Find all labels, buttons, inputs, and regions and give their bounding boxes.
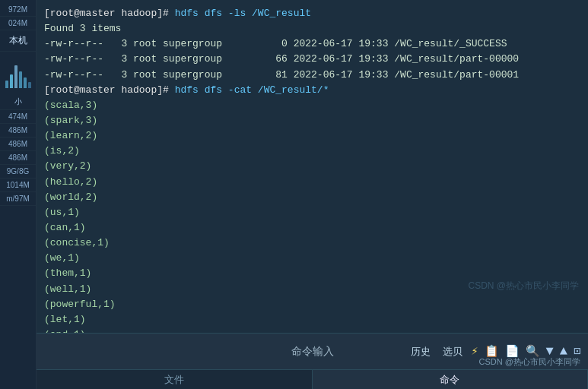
wc-can: (can,1) (44, 220, 580, 236)
bottom-tabs: 文件 命令 (37, 369, 588, 389)
wc-learn: (learn,2) (44, 128, 580, 144)
sidebar-label-486m-1: 486M (8, 126, 27, 134)
select-label: 选贝 (443, 346, 462, 357)
cmd-ls: hdfs dfs -ls /WC_result (175, 8, 311, 19)
terminal-line-2: [root@master hadoop]# hdfs dfs -cat /WC_… (44, 83, 580, 98)
sidebar-item-474m[interactable]: 474M (0, 110, 36, 124)
wc-well-text: (well,1) (44, 283, 91, 295)
wc-scala: (scala,3) (44, 98, 580, 113)
lightning-icon: ⚡ (472, 344, 478, 359)
chart-bar-5 (24, 77, 27, 88)
wc-us-text: (us,1) (44, 207, 80, 218)
wc-spark: (spark,3) (44, 113, 580, 128)
main-content: [root@master hadoop]# hdfs dfs -ls /WC_r… (37, 0, 588, 389)
history-label: 历史 (411, 346, 431, 357)
select-button[interactable]: 选贝 (440, 343, 466, 360)
tab-command-label: 命令 (440, 373, 459, 387)
file-line-text-3: -rw-r--r-- 3 root supergroup 81 2022-06-… (44, 69, 519, 81)
terminal-file-3: -rw-r--r-- 3 root supergroup 81 2022-06-… (44, 68, 580, 83)
file-line-text-2: -rw-r--r-- 3 root supergroup 66 2022-06-… (44, 53, 519, 65)
terminal-area[interactable]: [root@master hadoop]# hdfs dfs -ls /WC_r… (37, 0, 588, 333)
wc-world: (world,2) (44, 190, 580, 205)
wc-concise-text: (concise,1) (44, 237, 110, 248)
sidebar-label-474m: 474M (8, 112, 27, 121)
wc-very-text: (very,2) (44, 160, 91, 172)
tab-file-label: 文件 (164, 373, 184, 387)
chart-bar-1 (5, 81, 8, 88)
wc-well: (well,1) (44, 282, 580, 297)
sidebar-label-9g: 9G/8G (7, 167, 29, 176)
sidebar-label-benji: 本机 (9, 35, 27, 46)
prompt-text-1: [root@master hadoop]# (44, 8, 175, 19)
tab-command[interactable]: 命令 (313, 370, 589, 389)
sidebar-label-486m-3: 486M (8, 153, 27, 162)
wc-them-text: (them,1) (44, 267, 91, 279)
left-sidebar: 972M 024M 本机 小 474M 486M (0, 0, 37, 389)
sidebar-item-972m[interactable]: 972M (0, 3, 36, 17)
wc-powerful-text: (powerful,1) (44, 299, 116, 310)
csdn-bottom-brand: CSDN @热心市民小李同学 (479, 356, 580, 368)
wc-let: (let,1) (44, 312, 580, 327)
sidebar-chart-area (0, 52, 36, 94)
wc-and: (and,1) (44, 327, 580, 333)
wc-learn-text: (learn,2) (44, 130, 97, 141)
wc-us: (us,1) (44, 205, 580, 220)
csdn-brand-bottom-text: CSDN @热心市民小李同学 (479, 357, 580, 366)
wc-concise: (concise,1) (44, 236, 580, 251)
wc-can-text: (can,1) (44, 222, 86, 233)
terminal-file-1: -rw-r--r-- 3 root supergroup 0 2022-06-1… (44, 36, 580, 52)
wc-world-text: (world,2) (44, 191, 97, 203)
sidebar-item-benji[interactable]: 本机 (0, 30, 36, 52)
sidebar-item-486m-2[interactable]: 486M (0, 138, 36, 151)
wc-is-text: (is,2) (44, 145, 80, 157)
sidebar-item-486m-3[interactable]: 486M (0, 151, 36, 165)
terminal-file-2: -rw-r--r-- 3 root supergroup 66 2022-06-… (44, 52, 580, 67)
prompt-text-2: [root@master hadoop]# (44, 84, 175, 96)
sidebar-label-486m-2: 486M (8, 140, 27, 148)
file-line-text-1: -rw-r--r-- 3 root supergroup 0 2022-06-1… (44, 38, 507, 49)
bottom-bar: 命令输入 历史 选贝 ⚡ 📋 📄 🔍 ▼ ▲ ⊡ CSDN @热心市民小李同学 (37, 333, 588, 369)
chart-bar-2 (10, 74, 13, 88)
wc-we-text: (we,1) (44, 252, 80, 264)
sidebar-item-1014m[interactable]: 1014M (0, 179, 36, 192)
wc-scala-text: (scala,3) (44, 100, 97, 111)
terminal-line-1: [root@master hadoop]# hdfs dfs -ls /WC_r… (44, 6, 580, 21)
wc-spark-text: (spark,3) (44, 115, 97, 126)
sidebar-label-972m: 972M (8, 5, 27, 14)
tab-file[interactable]: 文件 (37, 370, 313, 389)
terminal-found-items: Found 3 items (44, 21, 580, 36)
sidebar-item-xiao[interactable]: 小 (0, 94, 36, 110)
sidebar-label-m97m: m/97M (6, 194, 30, 203)
chart-bar-4 (19, 71, 22, 88)
chart-bar-6 (28, 82, 31, 88)
sidebar-label-xiao: 小 (14, 97, 22, 106)
found-items-text: Found 3 items (44, 23, 121, 34)
sidebar-label-1014m: 1014M (6, 181, 30, 189)
cmd-cat: hdfs dfs -cat /WC_result/* (175, 84, 329, 96)
sidebar-item-024m[interactable]: 024M (0, 17, 36, 30)
wc-we: (we,1) (44, 251, 580, 266)
wc-powerful: (powerful,1) (44, 297, 580, 312)
sidebar-item-486m-1[interactable]: 486M (0, 124, 36, 138)
wc-very: (very,2) (44, 159, 580, 174)
wc-them: (them,1) (44, 266, 580, 281)
wc-let-text: (let,1) (44, 314, 86, 325)
wc-hello-text: (hello,2) (44, 176, 97, 188)
sidebar-item-m97m[interactable]: m/97M (0, 192, 36, 206)
sidebar-item-9g[interactable]: 9G/8G (0, 165, 36, 179)
sidebar-label-024m: 024M (8, 19, 27, 27)
history-button[interactable]: 历史 (408, 343, 434, 360)
wc-is: (is,2) (44, 144, 580, 159)
chart-bar-3 (14, 65, 17, 88)
wc-hello: (hello,2) (44, 175, 580, 190)
